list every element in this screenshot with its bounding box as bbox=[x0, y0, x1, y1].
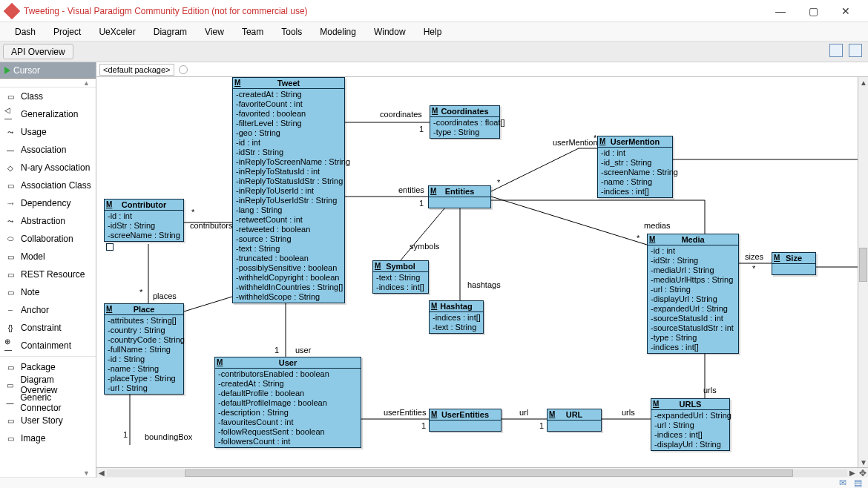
palette-item-note[interactable]: ▭Note bbox=[0, 283, 96, 301]
class-attribute: -defaultProfile : boolean bbox=[218, 389, 358, 398]
edge-label-star: * bbox=[637, 234, 640, 243]
palette-item-association[interactable]: —Association bbox=[0, 141, 96, 159]
palette-item-containment[interactable]: ⊕—Containment bbox=[0, 337, 96, 355]
class-contributor[interactable]: MContributor-id : int-idStr : String-scr… bbox=[104, 199, 184, 242]
palette-item-abstraction[interactable]: ⤳Abstraction bbox=[0, 212, 96, 230]
palette-item-n-ary-association[interactable]: ◇N-ary Association bbox=[0, 159, 96, 177]
menu-uexceler[interactable]: UeXceler bbox=[90, 22, 144, 41]
pan-icon[interactable]: ✥ bbox=[858, 468, 868, 478]
edge-label-urls: urls bbox=[622, 408, 635, 417]
edge-label-coordinates: coordinates bbox=[380, 110, 422, 119]
class-size[interactable]: MSize bbox=[772, 252, 816, 275]
class-attribute: -displayUrl : String bbox=[651, 294, 735, 304]
palette-item-usage[interactable]: ⤳Usage bbox=[0, 123, 96, 141]
class-attribute: -indices : int[] bbox=[651, 343, 735, 352]
palette-item-user-story[interactable]: ▭User Story bbox=[0, 412, 96, 429]
toolbar-icon-2[interactable] bbox=[849, 44, 862, 57]
vscroll-thumb[interactable] bbox=[859, 248, 867, 282]
palette-icon: ▭ bbox=[4, 269, 16, 280]
scroll-right-icon[interactable]: ▶ bbox=[847, 468, 858, 478]
scroll-up-icon[interactable]: ▲ bbox=[858, 77, 868, 88]
palette-label: User Story bbox=[21, 415, 63, 426]
menu-help[interactable]: Help bbox=[415, 22, 451, 41]
tab-api-overview[interactable]: API Overview bbox=[3, 44, 73, 59]
class-attribute: -expandedUrl : String bbox=[651, 304, 735, 314]
class-userentities[interactable]: MUserEntities bbox=[429, 409, 502, 432]
class-header: MUser bbox=[215, 357, 361, 369]
breadcrumb-default-package[interactable]: <default package> bbox=[99, 64, 174, 76]
menu-modeling[interactable]: Modeling bbox=[311, 22, 365, 41]
class-header: MUserMention bbox=[598, 136, 672, 148]
class-tweet[interactable]: MTweet-createdAt : String-favoriteCount … bbox=[232, 77, 345, 303]
class-attribute: -favoriteCount : int bbox=[236, 99, 341, 109]
close-button[interactable]: ✕ bbox=[829, 1, 862, 22]
toolbar-icon-1[interactable] bbox=[829, 44, 843, 57]
palette-item-constraint[interactable]: {}Constraint bbox=[0, 319, 96, 337]
class-attribute: -mediaUrl : String bbox=[651, 266, 735, 275]
vertical-scrollbar[interactable]: ▲ ▼ bbox=[858, 77, 868, 467]
breadcrumb-search-icon[interactable] bbox=[179, 65, 188, 74]
class-attribute: -contributorsEnabled : boolean bbox=[218, 369, 358, 379]
class-header: MSymbol bbox=[373, 261, 428, 272]
tab-bar: API Overview bbox=[0, 42, 868, 62]
palette-icon: ◁— bbox=[4, 109, 16, 119]
palette-icon: ▭ bbox=[4, 180, 16, 191]
class-user[interactable]: MUser-contributorsEnabled : boolean-crea… bbox=[214, 357, 361, 448]
status-icon[interactable]: ▤ bbox=[854, 478, 862, 488]
class-attribute: -retweeted : boolean bbox=[236, 225, 341, 234]
class-place[interactable]: MPlace-attributes : String[]-country : S… bbox=[104, 303, 184, 395]
menu-team[interactable]: Team bbox=[233, 22, 272, 41]
class-attribute: -displayUrl : String bbox=[654, 440, 726, 449]
menu-view[interactable]: View bbox=[196, 22, 233, 41]
palette-collapse-bottom[interactable]: ▼ bbox=[0, 469, 96, 478]
palette-item-association-class[interactable]: ▭Association Class bbox=[0, 177, 96, 194]
edge-label-one: 1 bbox=[419, 199, 424, 208]
minimize-button[interactable]: — bbox=[764, 1, 797, 22]
diagram-canvas[interactable]: coordinates1entities1userMentions*contri… bbox=[96, 77, 868, 467]
class-symbol[interactable]: MSymbol-text : String-indices : int[] bbox=[372, 260, 429, 294]
palette-cursor[interactable]: Cursor bbox=[0, 62, 96, 79]
palette-item-diagram-overview[interactable]: ▭Diagram Overview bbox=[0, 376, 96, 394]
class-coordinates[interactable]: MCoordinates-coordinates : float[]-type … bbox=[430, 105, 500, 139]
menu-project[interactable]: Project bbox=[45, 22, 90, 41]
palette-item-model[interactable]: ▭Model bbox=[0, 248, 96, 266]
palette-label: Association Class bbox=[21, 180, 91, 191]
class-usermention[interactable]: MUserMention-id : int-id_str : String-sc… bbox=[597, 136, 673, 198]
class-url[interactable]: MURL bbox=[547, 409, 602, 432]
class-attribute: -mediaUrlHttps : String bbox=[651, 275, 735, 285]
palette-sidebar: Cursor ▲ ▭Class◁—Generalization⤳Usage—As… bbox=[0, 62, 96, 478]
palette-label: Class bbox=[21, 91, 43, 102]
palette-item-generic-connector[interactable]: —Generic Connector bbox=[0, 394, 96, 412]
hscroll-thumb[interactable] bbox=[185, 469, 793, 477]
palette-collapse-top[interactable]: ▲ bbox=[0, 79, 96, 88]
class-attribute: -id_str : String bbox=[601, 158, 669, 168]
edge-label-user: user bbox=[295, 346, 312, 355]
palette-item-rest-resource[interactable]: ▭REST Resource bbox=[0, 266, 96, 283]
palette-item-generalization[interactable]: ◁—Generalization bbox=[0, 105, 96, 123]
maximize-button[interactable]: ▢ bbox=[797, 1, 829, 22]
menu-tools[interactable]: Tools bbox=[272, 22, 311, 41]
class-attribute: -truncated : boolean bbox=[236, 254, 341, 263]
edge-label-one: 1 bbox=[123, 430, 128, 439]
horizontal-scrollbar[interactable]: ◀ ▶ ✥ bbox=[96, 467, 868, 478]
class-attribute: -withheldScope : String bbox=[236, 292, 341, 302]
scroll-down-icon[interactable]: ▼ bbox=[858, 457, 868, 467]
class-attribute: -type : String bbox=[651, 333, 735, 343]
menu-dash[interactable]: Dash bbox=[6, 22, 45, 41]
class-media[interactable]: MMedia-id : int-idStr : String-mediaUrl … bbox=[647, 234, 739, 354]
class-hashtag[interactable]: MHashtag-indices : int[]-text : String bbox=[429, 300, 484, 334]
class-urls[interactable]: MURLS-expandedUrl : String-url : String-… bbox=[651, 398, 730, 451]
palette-label: Dependency bbox=[21, 198, 70, 208]
palette-item-image[interactable]: ▭Image bbox=[0, 429, 96, 447]
palette-item-package[interactable]: ▭Package bbox=[0, 358, 96, 376]
scroll-left-icon[interactable]: ◀ bbox=[96, 468, 107, 478]
mail-icon[interactable]: ✉ bbox=[839, 478, 846, 488]
palette-item-collaboration[interactable]: ⬭Collaboration bbox=[0, 230, 96, 248]
class-entities[interactable]: MEntities bbox=[428, 185, 491, 208]
palette-item-class[interactable]: ▭Class bbox=[0, 88, 96, 105]
menu-diagram[interactable]: Diagram bbox=[145, 22, 196, 41]
palette-item-dependency[interactable]: ⤑Dependency bbox=[0, 194, 96, 212]
edge-label-url: url bbox=[519, 408, 528, 417]
palette-item-anchor[interactable]: ┄Anchor bbox=[0, 301, 96, 319]
menu-window[interactable]: Window bbox=[365, 22, 415, 41]
